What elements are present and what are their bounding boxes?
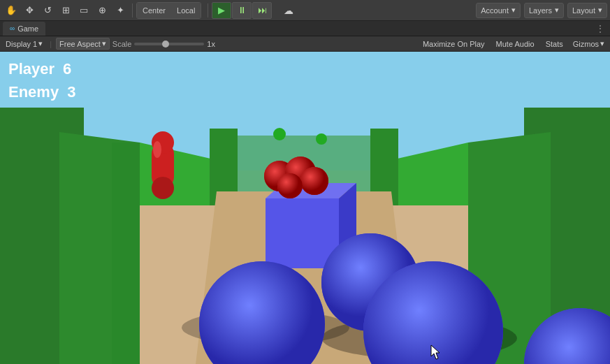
center-local-toggle[interactable]: Center Local bbox=[136, 2, 201, 19]
mute-audio-btn[interactable]: Mute Audio bbox=[492, 39, 539, 49]
aspect-chevron-icon: ▾ bbox=[102, 39, 106, 48]
center-btn[interactable]: Center bbox=[137, 3, 171, 18]
layers-label: Layers bbox=[529, 6, 552, 15]
maximize-on-play-btn[interactable]: Maximize On Play bbox=[419, 39, 489, 49]
top-toolbar: ✋ ✥ ↺ ⊞ ▭ ⊕ ✦ Center Local ▶ ⏸ ⏭ ☁ Accou… bbox=[0, 0, 610, 21]
scale-value: 1x bbox=[207, 40, 215, 48]
aspect-label: Free Aspect bbox=[59, 40, 101, 48]
scale-slider-thumb bbox=[162, 41, 169, 48]
gizmos-dropdown[interactable]: Gizmos ▾ bbox=[570, 38, 607, 49]
separator-2 bbox=[208, 3, 208, 17]
account-chevron-icon: ▾ bbox=[511, 6, 516, 15]
custom-tool-btn[interactable]: ✦ bbox=[112, 2, 129, 19]
svg-rect-18 bbox=[266, 198, 339, 268]
scale-text: Scale bbox=[112, 40, 132, 48]
tab-infinity-icon: ∞ bbox=[10, 24, 15, 32]
svg-point-38 bbox=[300, 167, 328, 195]
display-label: Display 1 bbox=[6, 40, 37, 48]
svg-point-32 bbox=[153, 141, 161, 158]
svg-point-31 bbox=[152, 177, 174, 199]
move-tool-btn[interactable]: ✥ bbox=[21, 2, 38, 19]
stats-btn[interactable]: Stats bbox=[542, 39, 567, 49]
local-btn[interactable]: Local bbox=[171, 3, 201, 18]
tab-label: Game bbox=[17, 24, 38, 33]
player-value: 6 bbox=[63, 57, 71, 80]
layout-label: Layout bbox=[572, 6, 595, 15]
layers-dropdown[interactable]: Layers ▾ bbox=[524, 3, 564, 18]
player-row: Player 6 bbox=[8, 57, 75, 80]
enemy-label: Enemy bbox=[8, 80, 59, 103]
hand-tool-btn[interactable]: ✋ bbox=[3, 2, 20, 19]
account-dropdown[interactable]: Account ▾ bbox=[476, 3, 521, 18]
player-label: Player bbox=[8, 57, 55, 80]
enemy-value: 3 bbox=[67, 80, 75, 103]
game-tab[interactable]: ∞ Game bbox=[3, 22, 45, 36]
layout-chevron-icon: ▾ bbox=[598, 6, 602, 15]
gizmos-label: Gizmos bbox=[573, 40, 599, 48]
transform-tool-btn[interactable]: ⊕ bbox=[94, 2, 110, 19]
cloud-btn[interactable]: ☁ bbox=[279, 2, 298, 19]
gizmos-chevron-icon: ▾ bbox=[600, 39, 604, 48]
svg-point-41 bbox=[273, 128, 286, 140]
tab-options-btn[interactable]: ⋮ bbox=[593, 22, 607, 36]
game-viewport[interactable]: Player 6 Enemy 3 bbox=[0, 52, 610, 364]
layers-chevron-icon: ▾ bbox=[555, 6, 559, 15]
step-btn[interactable]: ⏭ bbox=[252, 2, 272, 19]
account-label: Account bbox=[481, 6, 509, 15]
pause-btn[interactable]: ⏸ bbox=[232, 2, 252, 19]
separator-1 bbox=[132, 3, 133, 17]
aspect-dropdown[interactable]: Free Aspect ▾ bbox=[56, 38, 110, 50]
svg-marker-9 bbox=[112, 143, 140, 364]
game-toolbar: Display 1 ▾ | Free Aspect ▾ Scale 1x Max… bbox=[0, 36, 610, 52]
layout-dropdown[interactable]: Layout ▾ bbox=[567, 3, 607, 18]
svg-point-42 bbox=[316, 133, 327, 145]
scale-tool-btn[interactable]: ⊞ bbox=[57, 2, 74, 19]
enemy-row: Enemy 3 bbox=[8, 80, 75, 103]
rotate-tool-btn[interactable]: ↺ bbox=[39, 2, 56, 19]
svg-point-40 bbox=[277, 173, 303, 198]
display-dropdown[interactable]: Display 1 ▾ bbox=[3, 38, 45, 49]
play-btn[interactable]: ▶ bbox=[212, 2, 231, 19]
scale-slider[interactable] bbox=[134, 43, 204, 45]
display-chevron-icon: ▾ bbox=[38, 39, 43, 48]
hud-overlay: Player 6 Enemy 3 bbox=[0, 52, 84, 109]
play-controls: ▶ ⏸ ⏭ bbox=[212, 2, 272, 19]
scene-svg bbox=[0, 52, 610, 364]
rect-tool-btn[interactable]: ▭ bbox=[75, 2, 92, 19]
pipe-separator: | bbox=[50, 40, 52, 48]
tab-bar: ∞ Game ⋮ bbox=[0, 21, 610, 36]
